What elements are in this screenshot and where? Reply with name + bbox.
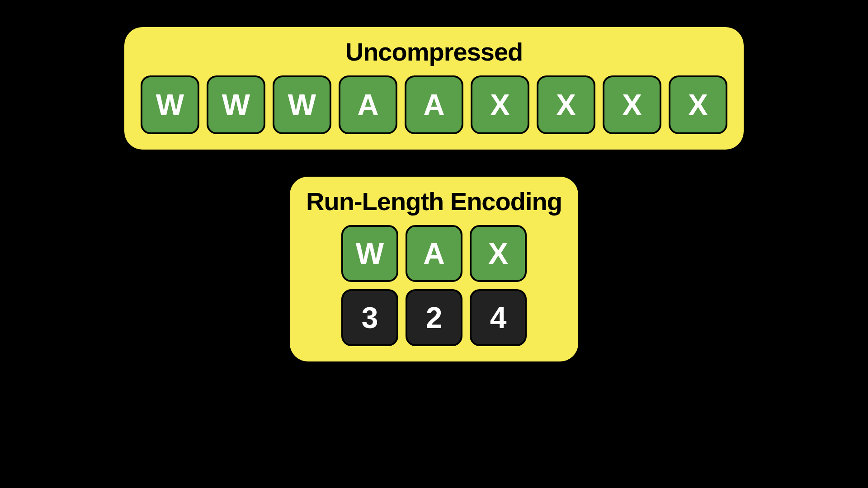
rle-char-row: W A X [341, 225, 527, 282]
uncompressed-title: Uncompressed [345, 37, 523, 66]
char-tile: X [603, 75, 661, 134]
char-tile: W [207, 75, 265, 134]
char-tile: X [471, 75, 529, 134]
count-tile: 3 [341, 289, 398, 346]
char-tile: W [341, 225, 398, 282]
rle-panel: Run-Length Encoding W A X 3 2 4 [290, 177, 578, 361]
char-tile: A [339, 75, 397, 134]
char-tile: A [405, 75, 463, 134]
rle-title: Run-Length Encoding [306, 187, 562, 216]
uncompressed-panel: Uncompressed W W W A A X X X X [124, 27, 744, 150]
char-tile: W [273, 75, 331, 134]
char-tile: X [470, 225, 527, 282]
char-tile: A [406, 225, 462, 282]
char-tile: X [537, 75, 595, 134]
char-tile: X [669, 75, 727, 134]
count-tile: 4 [470, 289, 527, 346]
count-tile: 2 [406, 289, 462, 346]
char-tile: W [141, 75, 199, 134]
uncompressed-row: W W W A A X X X X [141, 75, 727, 134]
rle-count-row: 3 2 4 [341, 289, 527, 346]
